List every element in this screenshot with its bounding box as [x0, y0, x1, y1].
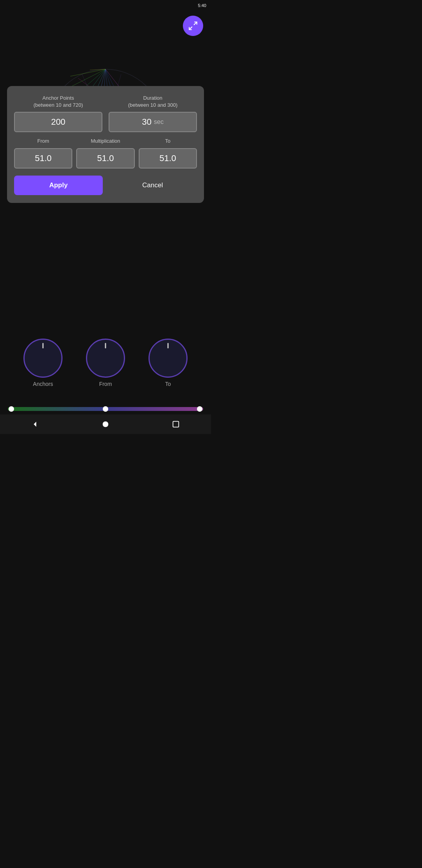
color-slider-area: [8, 405, 203, 412]
fullscreen-icon: [188, 21, 198, 31]
back-icon: [31, 420, 39, 429]
to-label: To: [165, 138, 170, 145]
anchors-knob-tick: [43, 343, 44, 348]
back-button[interactable]: [28, 417, 42, 431]
status-bar: 5:40: [0, 0, 211, 11]
from-input[interactable]: 51.0: [14, 148, 72, 169]
fullscreen-button[interactable]: [183, 16, 203, 36]
dialog-row-2: From 51.0 Multiplication 51.0 To 51.0: [14, 138, 197, 168]
home-button[interactable]: [98, 417, 113, 431]
to-knob-container: To: [148, 339, 188, 387]
duration-col: Duration (between 10 and 300) 30 sec: [109, 95, 197, 132]
from-label: From: [37, 138, 49, 145]
multiplication-label: Multiplication: [91, 138, 120, 145]
nav-bar: [0, 414, 211, 434]
color-slider-track[interactable]: [8, 407, 203, 411]
cancel-button[interactable]: Cancel: [108, 176, 197, 195]
svg-marker-34: [34, 422, 36, 427]
svg-line-13: [70, 69, 106, 76]
from-col: From 51.0: [14, 138, 72, 168]
anchor-points-input[interactable]: 200: [14, 112, 102, 132]
svg-point-35: [103, 421, 109, 427]
dialog-buttons: Apply Cancel: [14, 176, 197, 195]
multiplication-input[interactable]: 51.0: [76, 148, 134, 169]
duration-label: Duration (between 10 and 300): [128, 95, 177, 109]
status-time: 5:40: [198, 3, 206, 8]
anchors-knob-container: Anchors: [23, 339, 63, 387]
knobs-area: Anchors From To: [0, 339, 211, 387]
home-icon: [101, 420, 110, 429]
apply-button[interactable]: Apply: [14, 176, 103, 195]
from-knob-container: From: [86, 339, 125, 387]
to-knob-tick: [168, 343, 169, 348]
from-knob-tick: [105, 343, 106, 348]
svg-rect-36: [173, 421, 179, 427]
to-knob[interactable]: [148, 339, 188, 378]
slider-dot-left: [9, 406, 14, 412]
from-knob[interactable]: [86, 339, 125, 378]
recents-button[interactable]: [169, 417, 183, 431]
from-knob-label: From: [99, 381, 112, 387]
to-knob-label: To: [165, 381, 171, 387]
duration-input[interactable]: 30 sec: [109, 112, 197, 132]
status-icons: 5:40: [198, 3, 206, 8]
anchor-points-col: Anchor Points (between 10 and 720) 200: [14, 95, 102, 132]
settings-dialog: Anchor Points (between 10 and 720) 200 D…: [7, 86, 204, 203]
anchors-knob[interactable]: [23, 339, 63, 378]
dialog-row-1: Anchor Points (between 10 and 720) 200 D…: [14, 95, 197, 132]
slider-dot-right: [197, 406, 202, 412]
anchors-knob-label: Anchors: [33, 381, 53, 387]
slider-dot-center: [103, 406, 108, 412]
anchor-points-label: Anchor Points (between 10 and 720): [34, 95, 83, 109]
svg-line-0: [194, 22, 197, 25]
to-col: To 51.0: [139, 138, 197, 168]
recents-icon: [172, 420, 180, 429]
multiplication-col: Multiplication 51.0: [76, 138, 134, 168]
to-input[interactable]: 51.0: [139, 148, 197, 169]
svg-line-1: [189, 27, 192, 30]
